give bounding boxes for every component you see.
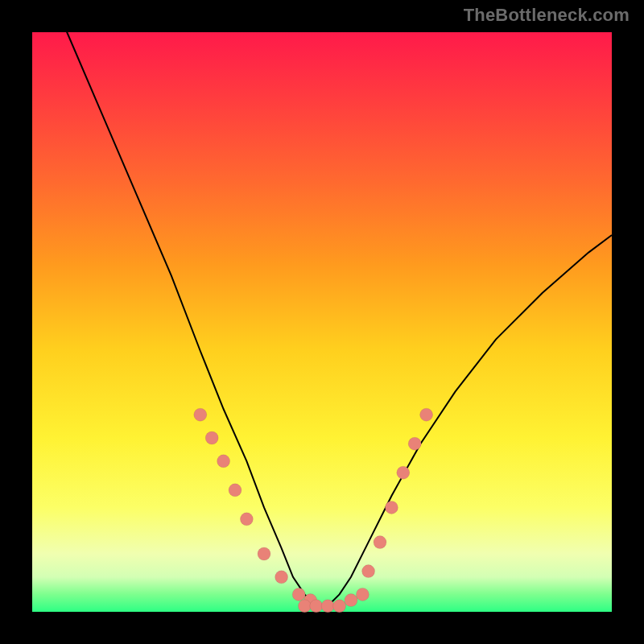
marker-dot [345,594,357,607]
marker-dot [397,466,410,479]
bottleneck-curve [32,0,612,606]
marker-dot [356,588,369,601]
marker-dot [420,408,433,421]
marker-dot [240,513,253,526]
marker-dot [333,600,346,613]
marker-dot [292,588,305,601]
chart-svg [32,32,612,612]
marker-dot [298,600,311,613]
marker-dot [258,547,270,560]
marker-dot [205,431,218,444]
marker-dot [321,600,334,613]
marker-dot [217,455,230,468]
marker-dot [374,536,386,549]
marker-dot [408,437,421,450]
marker-group-right [362,408,433,577]
marker-group-left [194,408,317,606]
marker-dot [385,501,398,514]
plot-area [32,32,612,612]
marker-dot [310,600,323,613]
marker-dot [229,484,242,497]
chart-wrap: TheBottleneck.com [0,0,644,644]
marker-dot [275,571,288,584]
marker-dot [362,565,375,578]
watermark: TheBottleneck.com [464,5,630,26]
marker-dot [194,408,207,421]
